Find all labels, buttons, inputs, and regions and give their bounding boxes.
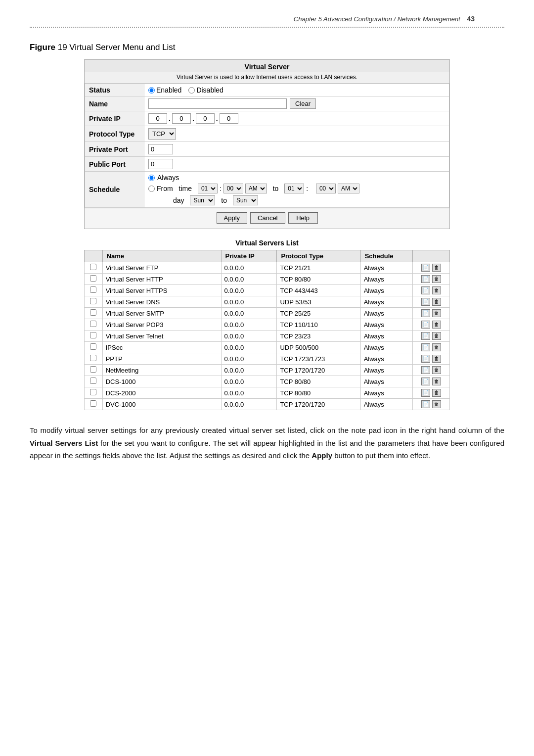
row-proto-4: TCP 25/25 — [277, 308, 360, 319]
row-checkbox-0[interactable] — [85, 262, 103, 274]
row-checkbox-3[interactable] — [85, 296, 103, 308]
page-header: Chapter 5 Advanced Configuration / Netwo… — [30, 15, 504, 23]
table-header-row: Name Private IP Protocol Type Schedule — [85, 250, 450, 262]
edit-icon-3[interactable]: 📄 — [421, 298, 430, 306]
row-checkbox-input-10[interactable] — [90, 378, 96, 384]
row-checkbox-12[interactable] — [85, 399, 103, 410]
schedule-always-radio[interactable] — [148, 175, 155, 181]
row-checkbox-9[interactable] — [85, 365, 103, 376]
name-field-group: Clear — [148, 98, 445, 109]
status-enabled-label[interactable]: Enabled — [148, 86, 181, 94]
delete-icon-11[interactable]: 🗑 — [432, 389, 441, 397]
row-checkbox-input-7[interactable] — [90, 343, 96, 350]
delete-icon-2[interactable]: 🗑 — [432, 286, 441, 294]
action-icons-12: 📄 🗑 — [416, 400, 446, 408]
time-ampm-start-select[interactable]: AMPM — [245, 184, 267, 193]
form-buttons: Apply Cancel Help — [85, 208, 449, 229]
delete-icon-1[interactable]: 🗑 — [432, 275, 441, 283]
delete-icon-7[interactable]: 🗑 — [432, 343, 441, 351]
edit-icon-8[interactable]: 📄 — [421, 355, 430, 363]
delete-icon-5[interactable]: 🗑 — [432, 321, 441, 329]
row-proto-5: TCP 110/110 — [277, 319, 360, 331]
day-to-select[interactable]: SunMonTueWed ThuFriSat — [233, 195, 258, 205]
row-checkbox-5[interactable] — [85, 319, 103, 331]
edit-icon-12[interactable]: 📄 — [421, 400, 430, 408]
table-row: NetMeeting 0.0.0.0 TCP 1720/1720 Always … — [85, 365, 450, 376]
row-checkbox-input-0[interactable] — [90, 264, 96, 270]
cancel-button[interactable]: Cancel — [250, 212, 285, 224]
edit-icon-7[interactable]: 📄 — [421, 343, 430, 351]
row-checkbox-1[interactable] — [85, 274, 103, 285]
row-checkbox-input-9[interactable] — [90, 366, 96, 373]
status-enabled-radio[interactable] — [148, 87, 155, 94]
name-input[interactable] — [148, 98, 287, 109]
edit-icon-6[interactable]: 📄 — [421, 332, 430, 340]
action-icons-10: 📄 🗑 — [416, 378, 446, 385]
time-min-start-select[interactable]: 00153045 — [223, 184, 243, 193]
row-checkbox-8[interactable] — [85, 353, 103, 365]
row-ip-0: 0.0.0.0 — [221, 262, 277, 274]
ip-octet-3[interactable] — [196, 113, 215, 124]
row-checkbox-input-11[interactable] — [90, 389, 96, 395]
public-port-input[interactable] — [148, 159, 173, 169]
edit-icon-1[interactable]: 📄 — [421, 275, 430, 283]
row-checkbox-input-3[interactable] — [90, 298, 96, 304]
edit-icon-4[interactable]: 📄 — [421, 309, 430, 317]
row-checkbox-input-8[interactable] — [90, 355, 96, 361]
schedule-always-label: Always — [157, 174, 179, 182]
from-ampm-select[interactable]: AMPM — [338, 184, 359, 193]
row-checkbox-input-5[interactable] — [90, 321, 96, 327]
delete-icon-4[interactable]: 🗑 — [432, 309, 441, 317]
edit-icon-2[interactable]: 📄 — [421, 286, 430, 294]
status-disabled-label[interactable]: Disabled — [188, 86, 223, 94]
delete-icon-8[interactable]: 🗑 — [432, 355, 441, 363]
schedule-label: Schedule — [85, 172, 144, 208]
ip-octet-1[interactable] — [148, 113, 167, 124]
ip-octet-2[interactable] — [172, 113, 191, 124]
delete-icon-9[interactable]: 🗑 — [432, 366, 441, 374]
row-checkbox-input-2[interactable] — [90, 286, 96, 293]
private-port-label: Private Port — [85, 142, 144, 157]
help-button[interactable]: Help — [288, 212, 318, 224]
row-checkbox-10[interactable] — [85, 376, 103, 387]
edit-icon-5[interactable]: 📄 — [421, 321, 430, 329]
row-checkbox-11[interactable] — [85, 387, 103, 399]
row-checkbox-input-4[interactable] — [90, 309, 96, 316]
delete-icon-12[interactable]: 🗑 — [432, 400, 441, 408]
row-checkbox-7[interactable] — [85, 342, 103, 353]
row-checkbox-6[interactable] — [85, 331, 103, 342]
delete-icon-6[interactable]: 🗑 — [432, 332, 441, 340]
protocol-type-select[interactable]: TCP UDP Both — [148, 128, 176, 140]
clear-button[interactable]: Clear — [290, 98, 316, 109]
private-port-input[interactable] — [148, 144, 173, 154]
table-row: Virtual Server FTP 0.0.0.0 TCP 21/21 Alw… — [85, 262, 450, 274]
delete-icon-0[interactable]: 🗑 — [432, 264, 441, 272]
status-radio-group: Enabled Disabled — [148, 86, 445, 94]
row-checkbox-4[interactable] — [85, 308, 103, 319]
edit-icon-0[interactable]: 📄 — [421, 264, 430, 272]
row-checkbox-input-12[interactable] — [90, 400, 96, 407]
time-hour-end-select[interactable]: 01020304 05060708 09101112 — [284, 184, 304, 193]
action-icons-9: 📄 🗑 — [416, 366, 446, 374]
edit-icon-10[interactable]: 📄 — [421, 378, 430, 385]
row-ip-6: 0.0.0.0 — [221, 331, 277, 342]
schedule-from-radio[interactable] — [148, 186, 155, 192]
status-label: Status — [85, 84, 144, 96]
day-from-select[interactable]: SunMonTueWed ThuFriSat — [190, 195, 215, 205]
delete-icon-3[interactable]: 🗑 — [432, 298, 441, 306]
col-header-actions — [413, 250, 450, 262]
table-row: Virtual Server SMTP 0.0.0.0 TCP 25/25 Al… — [85, 308, 450, 319]
row-sched-4: Always — [360, 308, 413, 319]
row-checkbox-input-6[interactable] — [90, 332, 96, 338]
status-disabled-radio[interactable] — [188, 87, 195, 94]
row-checkbox-2[interactable] — [85, 285, 103, 296]
apply-button[interactable]: Apply — [217, 212, 248, 224]
row-name-6: Virtual Server Telnet — [102, 331, 221, 342]
delete-icon-10[interactable]: 🗑 — [432, 378, 441, 385]
edit-icon-9[interactable]: 📄 — [421, 366, 430, 374]
row-checkbox-input-1[interactable] — [90, 275, 96, 282]
from-hour-select[interactable]: 00010203 — [316, 184, 336, 193]
time-hour-start-select[interactable]: 01020304 05060708 09101112 — [198, 184, 218, 193]
ip-octet-4[interactable] — [220, 113, 238, 124]
edit-icon-11[interactable]: 📄 — [421, 389, 430, 397]
